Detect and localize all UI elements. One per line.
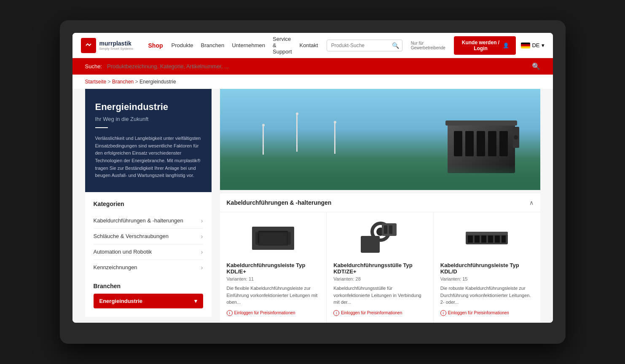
laptop-frame: murrplastik Simply Smart Systems Shop Pr… <box>60 20 566 344</box>
product-name-2: Kabeldurchführungsleiste Typ KDL/D <box>440 262 534 275</box>
nav-right: Nur für Gewerbetreibende Kunde werden / … <box>411 36 545 55</box>
product-image-area-0 <box>227 219 320 257</box>
logo-area: murrplastik Simply Smart Systems <box>81 38 140 53</box>
lang-selector[interactable]: DE ▾ <box>521 42 544 48</box>
product-login-2[interactable]: i Einloggen für Preisinformationen <box>440 310 534 316</box>
svg-rect-0 <box>84 42 93 49</box>
arrow-icon-3: › <box>201 264 203 271</box>
logo-text-area: murrplastik Simply Smart Systems <box>99 40 133 51</box>
product-card-1[interactable]: Kabeldurchführungsstülle Typ KDT/ZE+ Var… <box>327 212 433 323</box>
product-variants-0: Varianten: 11 <box>227 276 320 281</box>
nur-text: Nur für Gewerbetreibende <box>411 41 449 50</box>
categories-panel: Kategorien Kabeldurchführungen & -halter… <box>85 192 212 317</box>
windmill-pole-1 <box>263 125 264 155</box>
svg-rect-30 <box>502 236 506 243</box>
category-item-0[interactable]: Kabeldurchführungen & -halterungen › <box>94 213 203 229</box>
svg-rect-12 <box>255 232 291 245</box>
de-flag <box>521 43 530 48</box>
search-bar: Suche: 🔍 <box>72 58 553 75</box>
branchen-title: Branchen <box>94 283 203 289</box>
products-grid: Kabeldurchführungsleiste Typ KDL/E+ Vari… <box>220 212 540 323</box>
hero-card: Energieindustrie Ihr Weg in die Zukunft … <box>85 89 212 192</box>
svg-rect-4 <box>465 131 474 156</box>
category-label-2: Automation und Robotik <box>94 249 152 255</box>
breadcrumb-current: Energieindustrie <box>139 79 176 85</box>
product-name-1: Kabeldurchführungsstülle Typ KDT/ZE+ <box>333 262 427 275</box>
svg-rect-27 <box>481 236 486 243</box>
windmill-pole-2 <box>296 114 298 152</box>
info-icon-1: i <box>333 310 339 316</box>
branchen-active-item[interactable]: Energieindustrie ▾ <box>94 294 203 308</box>
info-icon-2: i <box>440 310 446 316</box>
main-content: Energieindustrie Ihr Weg in die Zukunft … <box>72 89 553 323</box>
product-name-0: Kabeldurchführungsleiste Typ KDL/E+ <box>227 262 320 275</box>
hero-image <box>220 89 540 190</box>
lang-label: DE <box>532 42 539 48</box>
nav-branchen[interactable]: Branchen <box>201 42 225 48</box>
svg-rect-23 <box>389 225 392 234</box>
nav-shop-link[interactable]: Shop <box>148 42 163 49</box>
breadcrumb-sep2: > <box>135 79 139 85</box>
nav-search-icon: 🔍 <box>392 42 399 49</box>
product-card-2[interactable]: Kabeldurchführungsleiste Typ KDL/D Varia… <box>434 212 540 323</box>
login-text-0: Einloggen für Preisinformationen <box>234 310 295 315</box>
category-label-3: Kennzeichnungen <box>94 264 137 270</box>
breadcrumb-branchen[interactable]: Branchen <box>112 79 134 85</box>
nav-search-wrapper: 🔍 <box>327 40 402 51</box>
svg-rect-14 <box>264 233 268 243</box>
product-desc-1: Kabeldurchführungsstülle für vorkonfekti… <box>333 285 427 306</box>
top-nav: murrplastik Simply Smart Systems Shop Pr… <box>72 33 553 58</box>
product-card-0[interactable]: Kabeldurchführungsleiste Typ KDL/E+ Vari… <box>220 212 327 323</box>
product-image-area-1 <box>333 219 427 257</box>
nav-kontakt[interactable]: Kontakt <box>300 42 318 48</box>
product-image-area-2 <box>440 219 534 257</box>
category-label-1: Schläuche & Verschraubungen <box>94 233 169 239</box>
hero-divider <box>95 127 108 128</box>
svg-rect-22 <box>384 225 387 234</box>
svg-rect-16 <box>276 233 280 243</box>
svg-rect-5 <box>477 131 485 156</box>
arrow-icon-2: › <box>201 249 203 255</box>
nav-unternehmen[interactable]: Unternehmen <box>232 42 265 48</box>
product-login-0[interactable]: i Einloggen für Preisinformationen <box>227 310 320 316</box>
logo-icon <box>81 38 96 53</box>
nav-service[interactable]: Service & Support <box>273 36 292 55</box>
branchen-active-label: Energieindustrie <box>99 298 143 304</box>
nav-produkte[interactable]: Produkte <box>172 42 193 48</box>
category-section: Kabeldurchführungen & -halterungen ∧ <box>220 193 540 323</box>
arrow-icon-1: › <box>201 233 203 240</box>
chevron-down-icon: ▾ <box>542 42 545 48</box>
product-login-1[interactable]: i Einloggen für Preisinformationen <box>333 310 427 316</box>
collapse-button[interactable]: ∧ <box>529 199 534 206</box>
info-icon-0: i <box>227 310 233 316</box>
svg-rect-13 <box>258 233 262 243</box>
nav-search-input[interactable] <box>327 40 402 51</box>
svg-point-10 <box>514 135 518 139</box>
search-bar-input[interactable] <box>107 63 527 70</box>
windmill-3 <box>334 121 336 154</box>
login-button[interactable]: Kunde werden / Login 👤 <box>454 36 516 55</box>
svg-rect-7 <box>499 131 508 156</box>
svg-rect-26 <box>475 236 480 243</box>
windmill-pole-3 <box>334 122 335 154</box>
product-img-svg-1 <box>359 221 401 255</box>
windmill-2 <box>296 112 298 152</box>
category-item-2[interactable]: Automation und Robotik › <box>94 244 203 260</box>
product-img-svg-0 <box>252 227 294 250</box>
category-header: Kabeldurchführungen & -halterungen ∧ <box>220 193 540 212</box>
grass-overlay <box>220 165 540 190</box>
svg-rect-8 <box>445 120 517 126</box>
category-item-3[interactable]: Kennzeichnungen › <box>94 260 203 275</box>
login-text-2: Einloggen für Preisinformationen <box>448 310 509 315</box>
breadcrumb-startseite[interactable]: Startseite <box>85 79 107 85</box>
hero-subtitle: Ihr Weg in die Zukunft <box>95 116 201 122</box>
breadcrumb: Startseite > Branchen > Energieindustrie <box>72 75 553 89</box>
search-bar-icon: 🔍 <box>532 62 540 70</box>
category-header-title: Kabeldurchführungen & -halterungen <box>227 199 332 206</box>
category-item-1[interactable]: Schläuche & Verschraubungen › <box>94 229 203 244</box>
category-label-0: Kabeldurchführungen & -halterungen <box>94 217 183 224</box>
user-icon: 👤 <box>503 43 509 48</box>
svg-rect-3 <box>454 131 462 156</box>
logo-subtitle: Simply Smart Systems <box>99 47 133 51</box>
product-variants-2: Varianten: 15 <box>440 276 534 281</box>
